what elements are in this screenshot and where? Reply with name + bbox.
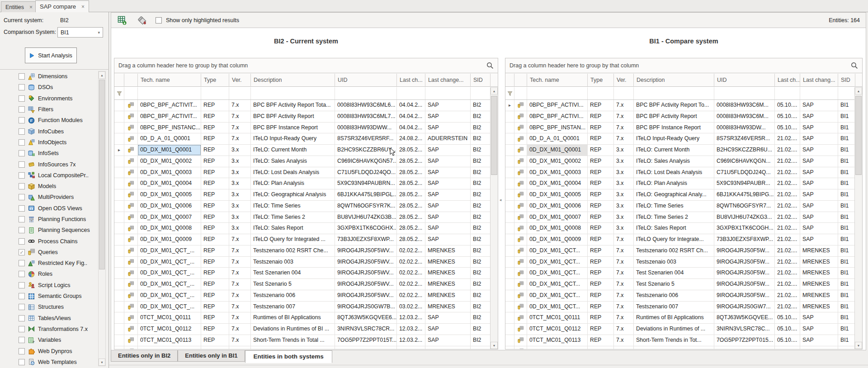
table-row[interactable]: 0BPC_BPF_INSTAN...REP7.xBPC BPF Instance… <box>505 123 854 134</box>
table-row[interactable]: 0D_DX_M01_Q0006REP3.xITeLO: Time Series8… <box>114 201 490 212</box>
filter-cell[interactable] <box>335 87 397 99</box>
column-header-1[interactable]: Type <box>588 74 614 86</box>
scrollbar-thumb[interactable] <box>99 80 105 269</box>
table-row[interactable]: 0BPC_BPF_INSTANC...REP7.xBPC BPF Instanc… <box>114 123 490 134</box>
table-row[interactable]: 0TCT_MC01_Q0111REP7.xRuntimes of BI Appl… <box>505 312 854 324</box>
column-header-3[interactable]: Description <box>634 74 714 86</box>
table-row[interactable]: 0D_DX_M01_Q0007REP3.xITeLO: Time Series … <box>114 212 490 223</box>
filter-cell[interactable] <box>229 87 251 99</box>
sidebar-item-infosources-7x[interactable]: InfoSources 7x <box>0 159 96 170</box>
comparison-system-select[interactable]: BI1 ▾ <box>57 27 103 38</box>
infoobjects-checkbox[interactable] <box>19 139 25 146</box>
structures-checkbox[interactable] <box>19 304 25 310</box>
table-row[interactable]: ▸0D_DX_M01_Q0001REP3.xITeLO: Current Mon… <box>114 145 490 156</box>
table-row[interactable]: 0D_DX_M01_Q0001REP3.xITeLO: Current Mont… <box>505 145 854 156</box>
filter-cell[interactable] <box>838 87 854 99</box>
sidebar-item-queries[interactable]: ✓Queries <box>0 247 96 258</box>
filter-cell[interactable] <box>527 87 588 99</box>
sidebar-item-web-templates[interactable]: Web Templates <box>0 357 96 367</box>
search-icon[interactable] <box>486 62 494 69</box>
grid-right-scrollbar[interactable]: ▲ ▼ <box>854 87 862 349</box>
sidebar-item-tables-views[interactable]: Tables/Views <box>0 313 96 324</box>
show-only-highlighted-checkbox[interactable] <box>156 17 162 24</box>
sidebar-item-filters[interactable]: Filters <box>0 104 96 115</box>
table-row[interactable]: 0D_DX_M01_QCT...REP7.xTestszenario 0069I… <box>505 290 854 302</box>
web-templates-checkbox[interactable] <box>19 359 25 365</box>
table-row[interactable]: ▸0BPC_BPF_ACTIVI...REP7.xBPC BPF Activit… <box>505 100 854 111</box>
close-icon[interactable]: × <box>29 4 33 10</box>
tables-views-checkbox[interactable] <box>19 315 25 321</box>
sidebar-item-open-ods-views[interactable]: Open ODS Views <box>0 203 96 214</box>
infocubes-checkbox[interactable] <box>19 128 25 135</box>
sidebar-item-planning-sequences[interactable]: Planning Sequences <box>0 225 96 236</box>
sidebar-item-transformations-7-x[interactable]: Transformations 7.x <box>0 324 96 335</box>
table-row[interactable]: 0TCT_MC01_Q0113REP7.xShort-Term Trends i… <box>505 335 854 346</box>
infosets-checkbox[interactable] <box>19 150 25 156</box>
filter-cell[interactable] <box>124 87 138 99</box>
column-header-6[interactable]: Last change... <box>425 74 471 86</box>
table-row[interactable]: 0BPC_BPF_ACTIVIT...REP7.xBPC BPF Activit… <box>114 111 490 123</box>
scroll-down-icon[interactable]: ▼ <box>99 359 105 366</box>
table-row[interactable]: 0D_DX_M01_QCT_...REP7.xTestszenario 0069… <box>114 290 490 302</box>
column-header-7[interactable]: SID <box>471 74 491 86</box>
filter-cell[interactable] <box>714 87 775 99</box>
filter-cell[interactable] <box>614 87 634 99</box>
roles-checkbox[interactable] <box>19 271 25 277</box>
filter-cell[interactable] <box>251 87 335 99</box>
filter-cell[interactable] <box>397 87 425 99</box>
sidebar-item-planning-functions[interactable]: Planning Functions <box>0 214 96 225</box>
excel-export-icon[interactable] <box>118 16 127 25</box>
table-row[interactable]: 0D_DX_M01_QCT_...REP7.xTest Szenarien 00… <box>114 268 490 279</box>
column-header-2[interactable]: Ver. <box>614 74 634 86</box>
sidebar-item-infoobjects[interactable]: InfoObjects <box>0 137 96 148</box>
sidebar-item-dsos[interactable]: DSOs <box>0 82 96 93</box>
variables-checkbox[interactable] <box>19 337 25 343</box>
scroll-up-icon[interactable]: ▲ <box>491 87 498 94</box>
column-header-0[interactable]: Tech. name <box>527 74 588 86</box>
tab-entities-only-in-bi1[interactable]: Entities only in BI1 <box>178 350 245 362</box>
table-row[interactable]: 0D_DX_M01_Q0007REP3.xITeLO: Time Series … <box>505 212 854 223</box>
dsos-checkbox[interactable] <box>19 84 25 90</box>
table-row[interactable]: 0TCT_MC01_Q0112REP7.xDeviations in Runti… <box>505 324 854 335</box>
highlight-icon[interactable] <box>137 16 146 25</box>
table-row[interactable]: 0D_D_A_01_Q0001REP7.xITeLO Input-Ready Q… <box>505 133 854 145</box>
sidebar-item-web-dynpros[interactable]: Web Dynpros <box>0 345 96 356</box>
filter-row[interactable] <box>114 87 490 100</box>
tab-entities[interactable]: Entities × <box>1 1 37 12</box>
sidebar-item-local-compositepr[interactable]: Local CompositePr.. <box>0 170 96 181</box>
table-row[interactable]: 0D_DX_M01_QCT...REP7.xTestszenario 0079I… <box>505 302 854 313</box>
transformations-7-x-checkbox[interactable] <box>19 326 25 332</box>
sidebar-item-script-logics[interactable]: Script Logics <box>0 280 96 291</box>
table-row[interactable]: 0D_DX_M01_QCT...REP7.xTestszenaio 0039IR… <box>505 257 854 268</box>
filter-cell[interactable] <box>775 87 800 99</box>
filter-cell[interactable] <box>425 87 471 99</box>
sidebar-item-models[interactable]: Models <box>0 181 96 192</box>
sidebar-item-restricted-key-fig[interactable]: Restricted Key Fig.. <box>0 258 96 269</box>
close-icon[interactable]: × <box>81 4 85 10</box>
planning-functions-checkbox[interactable] <box>19 216 25 222</box>
scrollbar-thumb[interactable] <box>491 96 497 175</box>
sidebar-item-semantic-groups[interactable]: Semantic Groups <box>0 291 96 302</box>
column-header-5[interactable]: Last ch... <box>397 74 425 86</box>
sidebar-item-dimensions[interactable]: Dimensions <box>0 71 96 82</box>
filter-cell[interactable] <box>471 87 490 99</box>
table-row[interactable]: 0D_DX_M01_Q0003REP3.xITeLO: Lost Deals A… <box>114 167 490 179</box>
table-row[interactable]: 0D_DX_M01_Q0004REP3.xITeLO: Plan Analysi… <box>505 178 854 189</box>
filters-checkbox[interactable] <box>19 106 25 113</box>
table-row[interactable]: 0D_DX_M01_QCT_...REP7.xTestszenario 0079… <box>114 302 490 313</box>
filter-row[interactable] <box>505 87 854 100</box>
column-header-3[interactable]: Description <box>251 74 335 86</box>
start-analysis-button[interactable]: Start Analysis <box>25 47 77 63</box>
table-row[interactable]: 0D_DX_M01_Q0008REP3.xITeLO: Sales Report… <box>505 223 854 234</box>
column-header-2[interactable]: Ver. <box>229 74 251 86</box>
open-ods-views-checkbox[interactable] <box>19 205 25 212</box>
process-chains-checkbox[interactable] <box>19 238 25 245</box>
table-row[interactable]: 0D_DX_M01_Q0008REP3.xITeLO: Sales Report… <box>114 223 490 234</box>
scroll-up-icon[interactable]: ▲ <box>99 71 105 79</box>
table-row[interactable]: 0D_DX_M01_Q0009REP7.xITeLO Query for Int… <box>114 234 490 245</box>
multiproviders-checkbox[interactable] <box>19 194 25 200</box>
sidebar-item-process-chains[interactable]: Process Chains <box>0 236 96 246</box>
filter-cell[interactable] <box>634 87 714 99</box>
infosources-7x-checkbox[interactable] <box>19 161 25 168</box>
sidebar-item-multiproviders[interactable]: MultiProviders <box>0 192 96 203</box>
